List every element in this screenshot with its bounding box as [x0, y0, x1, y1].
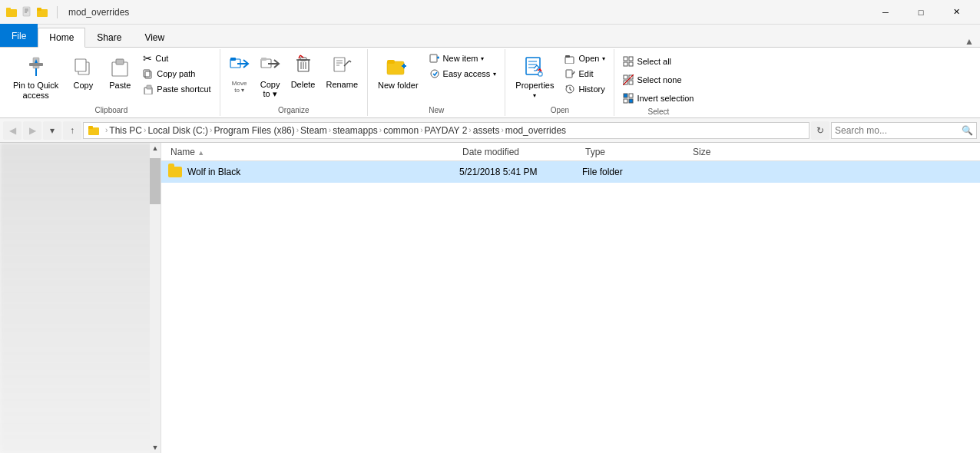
new-item-button[interactable]: New item ▾	[425, 51, 501, 66]
paste-shortcut-button[interactable]: Paste shortcut	[139, 81, 214, 97]
title-bar-icons	[6, 6, 49, 18]
rename-icon	[332, 54, 352, 78]
search-box[interactable]: 🔍	[831, 122, 977, 139]
path-common[interactable]: common	[383, 125, 419, 136]
path-payday2[interactable]: PAYDAY 2	[425, 125, 468, 136]
select-stack: Select all Select none	[619, 51, 697, 106]
svg-rect-64	[624, 75, 627, 79]
svg-point-48	[431, 70, 439, 78]
scroll-down-button[interactable]: ▼	[150, 442, 161, 453]
paste-shortcut-label: Paste shortcut	[157, 84, 210, 94]
organize-group-label: Organize	[225, 104, 363, 114]
sort-arrow: ▲	[197, 149, 204, 157]
rename-button[interactable]: Rename	[321, 51, 363, 92]
file-date-cell: 5/21/2018 5:41 PM	[459, 167, 582, 177]
ribbon-group-open: Properties ▾ Open ▾	[505, 49, 614, 116]
search-input[interactable]	[835, 125, 962, 136]
svg-rect-54	[565, 57, 574, 64]
edit-icon	[564, 68, 575, 79]
titlebar-folder-icon	[6, 6, 18, 18]
copy-path-button[interactable]: Copy path	[139, 66, 214, 81]
cut-button[interactable]: ✂ Cut	[139, 51, 214, 66]
organize-buttons: Moveto ▾ Copyto ▾	[225, 51, 363, 104]
cut-icon: ✂	[143, 52, 152, 64]
ribbon: Pin to Quickaccess Copy	[0, 48, 980, 118]
select-buttons: Select all Select none	[619, 51, 697, 106]
ribbon-collapse-button[interactable]: ▲	[958, 36, 980, 47]
refresh-button[interactable]: ↻	[811, 121, 829, 140]
path-this-pc[interactable]: This PC	[109, 125, 142, 136]
new-group-label: New	[372, 104, 500, 114]
minimize-button[interactable]: ─	[868, 0, 903, 25]
path-program-files[interactable]: Program Files (x86)	[214, 125, 294, 136]
address-path[interactable]: › This PC › Local Disk (C:) › Program Fi…	[83, 122, 809, 139]
up-button[interactable]: ↑	[63, 121, 81, 140]
paste-button[interactable]: Paste	[102, 51, 137, 94]
svg-rect-67	[629, 81, 633, 84]
pin-to-quick-access-button[interactable]: Pin to Quickaccess	[8, 51, 64, 104]
svg-rect-19	[147, 85, 151, 89]
new-item-icon	[429, 53, 440, 64]
easy-access-button[interactable]: Easy access ▾	[425, 66, 501, 81]
file-row-wolf-in-black[interactable]: Wolf in Black 5/21/2018 5:41 PM File fol…	[161, 161, 980, 183]
svg-rect-13	[75, 59, 86, 71]
path-steam[interactable]: Steam	[300, 125, 327, 136]
path-local-disk[interactable]: Local Disk (C:)	[147, 125, 208, 136]
svg-rect-56	[566, 70, 572, 78]
invert-selection-button[interactable]: Invert selection	[619, 91, 697, 106]
history-button[interactable]: History	[561, 81, 609, 97]
tab-file[interactable]: File	[0, 24, 38, 47]
scroll-thumb[interactable]	[150, 158, 161, 204]
col-header-name[interactable]: Name ▲	[167, 147, 459, 157]
pin-icon	[24, 55, 48, 79]
close-button[interactable]: ✕	[939, 0, 974, 25]
col-header-type[interactable]: Type	[582, 147, 690, 157]
col-header-size[interactable]: Size	[690, 147, 766, 157]
edit-button[interactable]: Edit	[561, 66, 609, 81]
open-button[interactable]: Open ▾	[561, 51, 609, 66]
new-folder-button[interactable]: New folder	[372, 51, 424, 94]
path-mod-overrides[interactable]: mod_overrides	[505, 125, 566, 136]
clipboard-buttons: Pin to Quickaccess Copy	[8, 51, 215, 104]
select-none-button[interactable]: Select none	[619, 72, 697, 88]
paste-icon	[108, 55, 132, 79]
new-folder-icon	[386, 55, 410, 79]
svg-rect-24	[261, 58, 267, 61]
copy-label: Copy	[73, 81, 93, 91]
open-group-label: Open	[510, 104, 609, 114]
svg-rect-45	[430, 55, 437, 62]
svg-rect-21	[230, 58, 236, 61]
tab-view[interactable]: View	[133, 27, 176, 47]
main-area: ▲ ▼ Name ▲ Date modified Type Size	[0, 143, 980, 453]
svg-rect-62	[629, 57, 633, 61]
forward-button[interactable]: ▶	[23, 121, 41, 140]
open-small-buttons: Open ▾ Edit	[561, 51, 609, 97]
folder-icon	[167, 164, 183, 180]
maximize-button[interactable]: □	[903, 0, 939, 25]
svg-rect-55	[565, 55, 570, 58]
back-button[interactable]: ◀	[3, 121, 22, 140]
tab-share[interactable]: Share	[85, 27, 133, 47]
path-steamapps[interactable]: steamapps	[333, 125, 378, 136]
svg-rect-61	[624, 62, 627, 66]
copy-button[interactable]: Copy	[65, 51, 101, 94]
properties-button[interactable]: Properties ▾	[510, 51, 559, 103]
properties-icon	[522, 55, 547, 79]
copy-path-icon	[143, 68, 154, 79]
tab-home[interactable]: Home	[38, 28, 85, 48]
svg-rect-63	[629, 62, 633, 66]
move-to-button[interactable]: Moveto ▾	[225, 51, 254, 97]
svg-rect-17	[144, 70, 150, 77]
path-assets[interactable]: assets	[473, 125, 500, 136]
titlebar-doc-icon	[22, 6, 34, 18]
move-to-icon	[230, 54, 250, 78]
open-icon	[564, 53, 575, 64]
svg-rect-34	[334, 58, 345, 71]
recent-locations-button[interactable]: ▾	[43, 121, 61, 140]
select-all-button[interactable]: Select all	[619, 54, 697, 69]
copy-to-button[interactable]: Copyto ▾	[256, 51, 285, 102]
scroll-up-button[interactable]: ▲	[150, 143, 161, 154]
col-header-date[interactable]: Date modified	[459, 147, 582, 157]
delete-button[interactable]: Delete	[286, 51, 320, 92]
window-title: mod_overrides	[65, 7, 863, 18]
